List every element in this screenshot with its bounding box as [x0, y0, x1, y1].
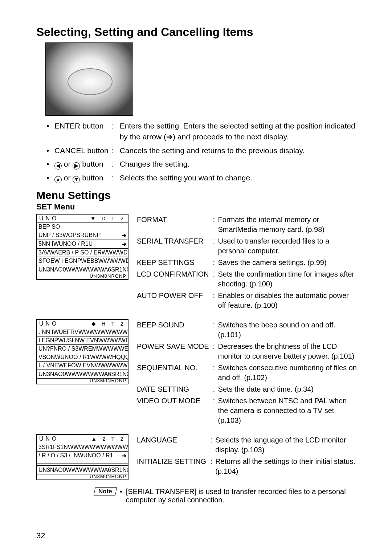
set-block-3: UNO ▲ 2 T 2 3SR1FS1NWWWWWWWWWWWNR13 / U6… [36, 434, 359, 480]
bullet: • [46, 145, 53, 158]
down-icon: ▼ [73, 176, 80, 183]
set-descriptions-1: FORMAT:Formats the internal memory or Sm… [136, 214, 359, 312]
heading-selecting: Selecting, Setting and Cancelling Items [36, 25, 359, 39]
menu-title-left: UNO [39, 321, 59, 327]
item-desc: Switches the beep sound on and off. (p.1… [218, 320, 359, 340]
menu-bottom: UN3M0NRONP [90, 474, 126, 479]
item-desc: Sets the date and time. (p.34) [218, 384, 359, 395]
menu-screenshot-1: UNO ▼ D T 2 BEP SO UNP / S3WOPSRUBNP➔ 5N… [36, 214, 128, 280]
heading-menu: Menu Settings [36, 189, 359, 201]
camera-illustration [45, 42, 133, 116]
colon: : [213, 236, 217, 257]
menu-title-right: ◆ H T 2 [91, 321, 126, 327]
menu-screenshot-3: UNO ▲ 2 T 2 3SR1FS1NWWWWWWWWWWWNR13 / U6… [36, 434, 128, 480]
menu-row: 3SR1FS1NWWWWWWWWWWWNR13 / U6 [38, 444, 128, 450]
item-key: KEEP SETTINGS [136, 257, 212, 268]
menu-bottom: UN3M0NRONP [90, 273, 126, 279]
arrow-icon: ➔ [122, 452, 126, 459]
menu-row: UN?FNRO / S3WREMWWWWWEBB [38, 346, 128, 352]
menu-title-right: ▼ D T 2 [90, 215, 126, 222]
up-icon: ▲ [54, 176, 62, 183]
row-left-right: • ◀ or ▶ button : Changes the setting. [46, 158, 359, 171]
colon: : [213, 384, 217, 395]
colon: : [210, 435, 214, 456]
colon: : [213, 290, 217, 311]
item-desc: Switches consecutive numbering of files … [218, 363, 359, 383]
colon: : [213, 396, 217, 426]
menu-row: VSONWUNOO / R1WWWWHQQQTWKTD8 [38, 354, 128, 360]
colon: : [213, 257, 217, 268]
bullet: • [46, 172, 53, 185]
menu-title-left: UNO [39, 215, 59, 222]
desc: Selects the setting you want to change. [119, 172, 359, 185]
colon: : [213, 341, 217, 362]
note-text: [SERIAL TRANSFER] is used to transfer re… [126, 487, 359, 504]
item-key: LCD CONFIRMATION [136, 269, 212, 290]
menu-row: I EGNPWUSLNW EVNWWWWWEBB [38, 337, 128, 344]
colon: : [111, 172, 119, 185]
manual-page: Selecting, Setting and Cancelling Items … [0, 0, 392, 555]
label: ENTER button [54, 120, 111, 144]
row-up-down: • ▲ or ▼ button : Selects the setting yo… [46, 172, 359, 185]
set-descriptions-2: BEEP SOUND:Switches the beep sound on an… [136, 319, 359, 427]
item-desc: Selects the language of the LCD monitor … [215, 435, 359, 456]
menu-row: / R / O / S3 / .NWUNOO / R1 [38, 452, 113, 459]
item-key: SERIAL TRANSFER [136, 236, 212, 257]
note-bullet: • [120, 487, 122, 496]
menu-row: UN3NAO0WWWWWWWA6SR1N0◀▶ [38, 371, 128, 378]
item-desc: Used to transfer recorded files to a per… [218, 236, 359, 257]
item-key: POWER SAVE MODE [136, 341, 212, 362]
colon: : [210, 456, 214, 477]
desc: Cancels the setting and returns to the p… [119, 145, 359, 158]
menu-row: : NN IWUEFRVWWWWWWWWWER [38, 329, 128, 335]
menu-title-right: ▲ 2 T 2 [91, 436, 126, 442]
menu-row: 3AVWAERB / P SO / ERWWWWDUNAM [38, 249, 128, 256]
item-desc: Decreases the brightness of the LCD moni… [218, 341, 359, 362]
menu-row: BEP SO [38, 224, 60, 230]
item-key: VIDEO OUT MODE [136, 396, 212, 426]
right-icon: ▶ [73, 162, 80, 170]
item-key: SEQUENTIAL NO. [136, 363, 212, 383]
page-number: 32 [36, 531, 45, 540]
label: ▲ or ▼ button [54, 172, 111, 185]
heading-set-menu: SET Menu [36, 202, 359, 212]
item-key: DATE SETTING [136, 384, 212, 395]
colon: : [111, 158, 119, 171]
or-text: or [62, 160, 73, 168]
desc: Changes the setting. [119, 158, 359, 171]
item-key: LANGUAGE [136, 435, 209, 456]
item-key: AUTO POWER OFF [136, 290, 212, 311]
menu-row: UN3NAO0WWWWWWWA6SR1N0◀▶ [38, 266, 128, 273]
button-explanation-table: • ENTER button : Enters the setting. Ent… [45, 119, 359, 185]
desc: Enters the setting. Enters the selected … [119, 120, 359, 144]
bullet: • [46, 120, 53, 144]
set-block-2: UNO ◆ H T 2 : NN IWUEFRVWWWWWWWWWER I EG… [36, 319, 359, 427]
item-desc: Sets the confirmation time for images af… [218, 269, 359, 290]
row-enter: • ENTER button : Enters the setting. Ent… [46, 120, 359, 144]
set-block-1: UNO ▼ D T 2 BEP SO UNP / S3WOPSRUBNP➔ 5N… [36, 214, 359, 312]
arrow-icon: ➔ [122, 241, 126, 248]
menu-row: UNP / S3WOPSRUBNP [38, 232, 101, 239]
label: ◀ or ▶ button [54, 158, 111, 171]
label: CANCEL button [54, 145, 111, 158]
set-descriptions-3: LANGUAGE:Selects the language of the LCD… [136, 434, 359, 478]
colon: : [213, 269, 217, 290]
item-key: INITIALIZE SETTING [136, 456, 209, 477]
menu-title-left: UNO [39, 436, 59, 442]
item-desc: Saves the camera settings. (p.99) [218, 257, 359, 268]
item-desc: Formats the internal memory or SmartMedi… [218, 215, 359, 235]
item-desc: Returns all the settings to their initia… [215, 456, 359, 477]
colon: : [213, 215, 217, 235]
suffix: button [80, 160, 103, 168]
item-key: FORMAT [136, 215, 212, 235]
menu-row: L / VNEWEFOW EVNWWWWWWROUA [38, 362, 128, 369]
or-text: or [62, 174, 73, 182]
row-cancel: • CANCEL button : Cancels the setting an… [46, 145, 359, 158]
suffix: button [80, 174, 103, 182]
menu-row: SFOEW I EGNPWEBBWWWWWD / R [38, 258, 128, 264]
note-row: Note • [SERIAL TRANSFER] is used to tran… [94, 487, 359, 504]
menu-screenshot-2: UNO ◆ H T 2 : NN IWUEFRVWWWWWWWWWER I EG… [36, 319, 128, 384]
item-desc: Switches between NTSC and PAL when the c… [218, 396, 359, 426]
menu-row: 5NN IWUNOO / R1U [38, 241, 93, 248]
note-badge: Note [94, 487, 117, 495]
